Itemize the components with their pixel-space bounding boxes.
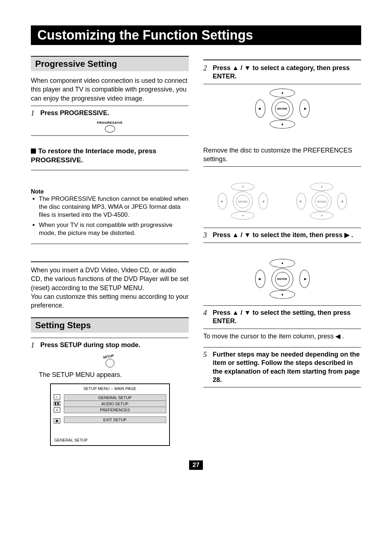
step-number: 4 (203, 309, 209, 317)
step-text: Press ▲ / ▼ to select the item, then pre… (213, 231, 361, 239)
note-item: The PROGRESSIVE function cannot be enabl… (39, 195, 189, 219)
left-column: Progressive Setting When component video… (31, 56, 189, 446)
remote-pair-diagram: ENTER ▲▼◀▶ ENTER ▲▼◀ ▶ (203, 177, 361, 225)
divider (31, 135, 189, 136)
page-number-wrap: 27 (31, 460, 361, 470)
remote-navpad-diagram-gray: ENTER ▲▼◀ ▶ (295, 183, 348, 220)
divider (203, 84, 361, 84)
divider (203, 166, 361, 167)
divider (203, 305, 361, 306)
dolby-icon: ◧◧ (54, 401, 60, 406)
enter-button: ENTER (275, 102, 290, 116)
label-bold: PROGRESSIVE. (60, 109, 109, 117)
restore-interlace-heading: To restore the Interlace mode, press PRO… (31, 147, 189, 164)
menu-title: SETUP MENU -- MAIN PAGE (51, 384, 169, 394)
note-list: The PROGRESSIVE function cannot be enabl… (31, 195, 189, 237)
step-number: 1 (31, 109, 37, 117)
menu-item: GENERAL SETUP (64, 394, 166, 401)
manual-page: Customizing the Function Settings Progre… (0, 0, 392, 484)
triangle-right-icon: ▶ (304, 107, 307, 110)
divider (31, 244, 189, 244)
divider (203, 228, 361, 228)
exit-icon: ▣ (54, 418, 60, 423)
step-number: 3 (203, 231, 209, 239)
step-4: 4 Press ▲ / ▼ to select the setting, the… (203, 309, 361, 326)
menu-footer: GENERAL SETUP (51, 425, 169, 445)
button-label: PROGRESSIVE (31, 121, 189, 125)
menu-item: AUDIO SETUP (64, 400, 166, 407)
divider (203, 329, 361, 329)
cursor-move-text: To move the cursor to the item column, p… (203, 332, 361, 341)
section-setting-steps: Setting Steps (31, 317, 189, 333)
menu-item-exit: EXIT SETUP (64, 416, 166, 423)
menu-item: PREFERENCES (64, 407, 166, 413)
page-number: 27 (189, 460, 203, 470)
square-bullet-icon (31, 149, 36, 154)
step-number: 2 (203, 64, 209, 72)
setup-menu-screenshot: SETUP MENU -- MAIN PAGE ♪ ◧◧ ⎚ ▣ GENERAL… (50, 383, 170, 446)
divider (31, 261, 189, 262)
step-text: Press PROGRESSIVE. (40, 109, 189, 117)
restore-text: To restore the Interlace mode, press PRO… (31, 147, 156, 164)
step-3: 3 Press ▲ / ▼ to select the item, then p… (203, 231, 361, 239)
right-column: 2 Press ▲ / ▼ to select a category, then… (203, 56, 361, 446)
menu-icon-column: ♪ ◧◧ ⎚ ▣ (54, 394, 62, 423)
section-progressive-setting: Progressive Setting (31, 56, 189, 71)
button-icon (106, 359, 114, 367)
button-label: SETUP (103, 354, 114, 359)
step-number: 1 (31, 341, 37, 349)
step-text: Further steps may be needed depending on… (213, 350, 361, 385)
step-text: Press ▲ / ▼ to select a category, then p… (213, 64, 361, 81)
menu-body: ♪ ◧◧ ⎚ ▣ GENERAL SETUP AUDIO SETUP PREFE… (51, 394, 169, 425)
divider (31, 170, 189, 170)
label: Press (40, 109, 60, 117)
setup-button-diagram: SETUP (31, 353, 189, 367)
step-number: 5 (203, 350, 209, 359)
triangle-left-icon: ◀ (258, 107, 261, 110)
step-text: Press SETUP during stop mode. (40, 341, 189, 349)
remote-navpad-diagram: ENTER ▲▼◀▶ (253, 259, 311, 299)
divider (203, 387, 361, 387)
divider (31, 106, 189, 106)
triangle-down-icon: ▼ (281, 123, 284, 126)
progressive-button-diagram: PROGRESSIVE (31, 121, 189, 133)
button-icon (105, 125, 115, 133)
divider (31, 338, 189, 338)
divider (203, 60, 361, 60)
page-title-bar: Customizing the Function Settings (31, 25, 361, 45)
step-5: 5 Further steps may be needed depending … (203, 350, 361, 385)
step-press-setup: 1 Press SETUP during stop mode. (31, 341, 189, 349)
note-item: When your TV is not compatible with prog… (39, 221, 189, 237)
divider (203, 347, 361, 347)
step-press-progressive: 1 Press PROGRESSIVE. (31, 109, 189, 117)
note-heading: Note (31, 188, 189, 195)
speaker-icon: ♪ (54, 394, 60, 399)
step-2: 2 Press ▲ / ▼ to select a category, then… (203, 64, 361, 81)
setup-menu-appears-text: The SETUP MENU appears. (31, 370, 189, 379)
remote-navpad-diagram-gray: ENTER ▲▼◀▶ (216, 183, 269, 220)
progressive-intro-text: When component video connection is used … (31, 76, 189, 103)
remove-disc-text: Remove the disc to customize the PREFERE… (203, 146, 361, 164)
enter-button: ENTER (275, 272, 290, 286)
menu-items: GENERAL SETUP AUDIO SETUP PREFERENCES EX… (64, 394, 166, 423)
divider (203, 243, 361, 243)
dvd-intro-text: When you insert a DVD Video, Video CD, o… (31, 266, 189, 310)
caption-icon: ⎚ (54, 407, 60, 412)
remote-navpad-diagram: ENTER ▲ ▼ ◀ ▶ (253, 89, 311, 129)
two-column-layout: Progressive Setting When component video… (31, 56, 361, 446)
triangle-up-icon: ▲ (281, 91, 284, 94)
step-text: Press ▲ / ▼ to select the setting, then … (213, 309, 361, 326)
